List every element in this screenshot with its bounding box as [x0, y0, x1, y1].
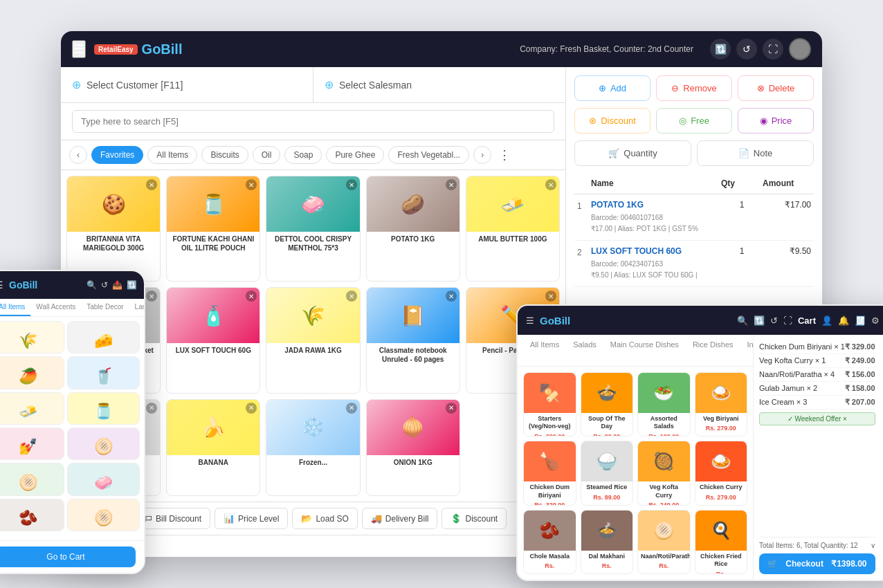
quantity-btn[interactable]: 🛒 Quantity [574, 140, 691, 166]
tab-biscuits[interactable]: Biscuits [201, 146, 248, 164]
cart-discount-btn[interactable]: ⊛ Discount [574, 108, 650, 134]
product-card[interactable]: ✕ 🍪 BRITANNIA VITA MARIEGOLD 300G [66, 176, 161, 282]
rest-cart-row[interactable]: Chicken Dum Biriyani × 1 ₹ 329.00 [759, 340, 875, 354]
tab-soap[interactable]: Soap [284, 146, 322, 164]
product-close-btn[interactable]: ✕ [545, 179, 556, 190]
product-close-btn[interactable]: ✕ [446, 403, 457, 414]
rest-food-card[interactable]: 🍛 Chicken Curry Rs. 279.00 [695, 441, 748, 506]
rest-expand-icon[interactable]: ∨ [871, 542, 875, 549]
mobile-refresh-icon[interactable]: ↺ [101, 280, 108, 290]
rest-tab-rice[interactable]: Rice Dishes [686, 335, 740, 366]
rest-food-card[interactable]: 🍲 Soup Of The Day Rs. 99.00 [581, 372, 634, 437]
product-close-btn[interactable]: ✕ [246, 403, 257, 414]
rest-food-card[interactable]: 🍲 Dal Makhani Rs. [581, 510, 634, 575]
product-close-btn[interactable]: ✕ [346, 291, 357, 302]
rest-food-card[interactable]: 🍚 Steamed Rice Rs. 89.00 [581, 441, 634, 506]
rest-tab-main[interactable]: Main Course Dishes [603, 335, 686, 366]
mobile-product-card[interactable]: 💅 Lakme Nail Colour Remover, 27 ml Rs.12… [0, 428, 64, 460]
product-close-btn[interactable]: ✕ [446, 179, 457, 190]
tab-fresh-veg[interactable]: Fresh Vegetabl... [388, 146, 469, 164]
product-close-btn[interactable]: ✕ [346, 179, 357, 190]
search-input[interactable] [72, 110, 554, 133]
add-btn[interactable]: ⊕ Add [574, 75, 650, 101]
price-btn[interactable]: ◉ Price [738, 108, 814, 134]
mobile-tab-all-items[interactable]: All Items [0, 299, 30, 316]
mobile-tab-table-decor[interactable]: Table Decor [81, 299, 129, 316]
mobile-product-card[interactable]: 🧀 Milky Mist Paneer - Rich in Protein, C… [67, 321, 140, 353]
free-btn[interactable]: ◎ Free [656, 108, 732, 134]
rest-cart-row[interactable]: Naan/Roti/Paratha × 4 ₹ 156.00 [759, 368, 875, 382]
product-close-btn[interactable]: ✕ [346, 403, 357, 414]
mobile-product-card[interactable]: 🌾 Aashirvaad Atta Godhittu - Whol... Rs.… [0, 321, 64, 353]
hamburger-btn[interactable]: ☰ [72, 40, 86, 58]
rest-cart-row[interactable]: Gulab Jamun × 2 ₹ 158.00 [759, 382, 875, 396]
tab-prev-btn[interactable]: ‹ [69, 146, 87, 164]
rest-cart-row[interactable]: Ice Cream × 3 ₹ 207.00 [759, 396, 875, 410]
rest-food-card[interactable]: 🍗 Chicken Dum Biriyani Rs. 329.00 [523, 441, 576, 506]
product-card[interactable]: ✕ 🍌 BANANA [166, 399, 260, 496]
delivery-bill-btn[interactable]: 🚚 Delivery Bill [362, 508, 438, 529]
rest-sync-icon[interactable]: 🔃 [754, 315, 765, 326]
rest-food-card[interactable]: 🫘 Chole Masala Rs. [523, 510, 576, 575]
mobile-product-card[interactable]: 🫓 Batter Box Bajra Dosa Batter, 1 kg Rs.… [67, 499, 140, 531]
rest-search-icon[interactable]: 🔍 [737, 315, 748, 326]
product-card[interactable]: ✕ 🧅 ONION 1KG [366, 399, 460, 496]
rest-tab-breads[interactable]: Indian Breads [740, 335, 753, 366]
rest-food-card[interactable]: 🍛 Veg Biriyani Rs. 279.00 [695, 372, 748, 437]
mobile-product-card[interactable]: 🫙 Fortune Sunflower Refined Oil - Sun...… [67, 392, 140, 425]
tab-more-btn[interactable]: ⋮ [495, 147, 513, 163]
mobile-hamburger-icon[interactable]: ☰ [0, 279, 3, 291]
cart-item-1[interactable]: 1 POTATO 1KG 1 ₹17.00 Barcode: 004601071… [574, 194, 814, 241]
refresh-icon[interactable]: ↺ [736, 39, 757, 59]
tab-favorites[interactable]: Favorites [91, 146, 143, 164]
discount-btn[interactable]: 💲 Discount [442, 508, 507, 529]
product-card[interactable]: ✕ 🫙 FORTUNE KACHI GHANI OIL 1LITRE POUCH [166, 176, 260, 282]
mobile-share-icon[interactable]: 📤 [112, 280, 122, 290]
rest-refresh-icon[interactable]: ↺ [770, 315, 778, 326]
tab-all-items[interactable]: All Items [147, 146, 197, 164]
user-avatar[interactable] [789, 38, 811, 60]
go-to-cart-btn[interactable]: Go to Cart [0, 546, 136, 567]
tab-next-btn[interactable]: › [473, 146, 491, 164]
customer-select[interactable]: ⊕ Select Customer [F11] [61, 67, 313, 102]
product-card[interactable]: ✕ 🥔 POTATO 1KG [366, 176, 460, 282]
product-card[interactable]: ✕ 📔 Classmate notebook Unruled - 60 page… [366, 287, 460, 393]
tab-pure-ghee[interactable]: Pure Ghee [326, 146, 384, 164]
price-level-btn[interactable]: 📊 Price Level [215, 508, 288, 529]
mobile-product-card[interactable]: 🥤 Nimylbooz 7up - 1/2 liter Rs.20 [67, 356, 140, 389]
product-card[interactable]: ✕ 🧈 AMUL BUTTER 100G [466, 176, 560, 282]
mobile-tab-lamps[interactable]: Lamps & [129, 299, 144, 316]
rest-weekend-offer[interactable]: ✓ Weekend Offer × [759, 412, 875, 425]
product-card[interactable]: ✕ 🧼 DETTOL COOL CRISPY MENTHOL 75*3 [266, 176, 360, 282]
load-so-btn[interactable]: 📂 Load SO [292, 508, 357, 529]
rest-food-card[interactable]: 🥗 Assorted Salads Rs. 199.00 [637, 372, 691, 437]
rest-notifications-icon[interactable]: 🔔 [838, 315, 849, 326]
rest-checkout-btn[interactable]: 🛒 Checkout ₹1398.00 [759, 553, 875, 574]
product-card[interactable]: ✕ 🧴 LUX SOFT TOUCH 60G [166, 287, 260, 393]
remove-btn[interactable]: ⊖ Remove [656, 75, 732, 101]
rest-hamburger-icon[interactable]: ☰ [526, 315, 534, 326]
rest-receipt-icon[interactable]: 🧾 [855, 315, 866, 326]
product-card[interactable]: ✕ ❄️ Frozen... [266, 399, 360, 496]
rest-user-icon[interactable]: 👤 [821, 315, 832, 326]
tab-oil[interactable]: Oil [253, 146, 281, 164]
mobile-product-card[interactable]: 🫓 iD Fresho Idly & Dosa Batter, 1 kg Rs.… [67, 428, 140, 460]
mobile-product-card[interactable]: 🫓 Asal Idly & Dosa Batter, 1 kg Rs.120 [0, 463, 64, 495]
product-close-btn[interactable]: ✕ [146, 403, 157, 414]
mobile-product-card[interactable]: 🧼 Medimix Bathing Soap - Ayurvedic... Rs… [67, 463, 140, 495]
rest-food-card[interactable]: 🍳 Chicken Fried Rice Rs. [695, 510, 748, 575]
fullscreen-icon[interactable]: ⛶ [763, 39, 783, 59]
rest-settings-icon[interactable]: ⚙ [871, 315, 880, 326]
mobile-search-icon[interactable]: 🔍 [87, 280, 97, 290]
salesman-select[interactable]: ⊕ Select Salesman [313, 67, 565, 102]
note-action-btn[interactable]: 📄 Note [697, 140, 814, 166]
sync-icon[interactable]: 🔃 [710, 39, 731, 59]
mobile-tab-wall-accents[interactable]: Wall Accents [30, 299, 81, 316]
mobile-sync-icon[interactable]: 🔃 [127, 280, 137, 290]
rest-food-card[interactable]: 🥘 Veg Kofta Curry Rs. 249.00 [637, 441, 691, 506]
rest-tab-salads[interactable]: Salads [566, 335, 603, 366]
rest-tab-all[interactable]: All Items [523, 335, 566, 366]
product-card[interactable]: ✕ 🌾 JADA RAWA 1KG [266, 287, 360, 393]
delete-btn[interactable]: ⊗ Delete [738, 75, 814, 101]
cart-item-2[interactable]: 2 LUX SOFT TOUCH 60G 1 ₹9.50 Barcode: 00… [574, 241, 814, 287]
